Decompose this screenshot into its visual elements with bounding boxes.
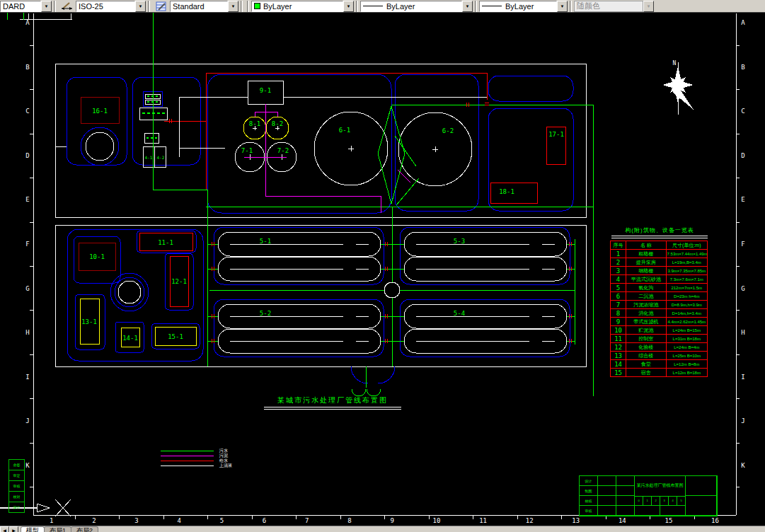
grid-letter: K: [739, 462, 747, 469]
titleblock-cell: [616, 475, 635, 486]
process-tanks[interactable]: [86, 112, 472, 303]
label-14-1: 14-1: [122, 335, 138, 342]
dim-dropdown-icon[interactable]: ▼: [135, 1, 146, 12]
tab-nav-prev-button[interactable]: ◀: [0, 526, 9, 532]
grid-number: 1: [50, 517, 53, 525]
table-row: 12 化验楼 L=24m B=4m: [611, 343, 708, 352]
linetype-value-field[interactable]: ByLayer: [360, 1, 462, 12]
cell-name: 宿舍: [626, 369, 666, 377]
structures-table[interactable]: 构(附)筑物、设备一览表 序号 名 称 尺寸(单位:m) 1 粗格栅 7.53m…: [610, 226, 709, 377]
plotstyle-dropdown-icon: ▼: [643, 1, 654, 12]
layout-tab[interactable]: 布局2: [71, 526, 98, 532]
legend-label: 上清液: [219, 463, 232, 469]
plotstyle-value: 随颜色: [574, 1, 643, 12]
titleblock-cell: [634, 505, 660, 516]
textstyle-combo[interactable]: Standard ▼: [170, 1, 238, 12]
dimension-style-icon[interactable]: [59, 1, 74, 12]
dimstyle-dropdown-icon[interactable]: ▼: [41, 1, 52, 12]
lineweight-dropdown-icon[interactable]: ▼: [557, 1, 568, 12]
buildings[interactable]: [79, 81, 565, 347]
sewage-pipes[interactable]: [7, 13, 593, 396]
titleblock-cell: [597, 505, 616, 516]
table-row: 8 消化池 D=14m,h=3.4m: [611, 309, 708, 318]
grid-letter: I: [739, 374, 747, 381]
cell-size: D=23m h=4m: [666, 292, 707, 301]
cell-size: 3.9m×7.35m×7.85m: [666, 267, 707, 275]
cell-name: 带式压滤机: [626, 318, 666, 326]
label-4-1: 4-1: [145, 155, 153, 160]
layout-tab[interactable]: 模型: [21, 526, 45, 532]
lineweight-combo[interactable]: ByLayer ▼: [479, 1, 568, 12]
cell-size: 212m×7m×1.5m: [666, 284, 707, 292]
linetype-dropdown-icon[interactable]: ▼: [462, 1, 473, 12]
titleblock-cell: [597, 485, 616, 496]
grid-letter: A: [23, 19, 32, 26]
table-row: 3 细格栅 3.9m×7.35m×7.85m: [611, 267, 708, 275]
cell-name: 提升泵房: [626, 258, 666, 267]
color-value-field[interactable]: ByLayer: [251, 1, 343, 12]
toolbar-separator: [247, 1, 249, 12]
lineweight-value-field[interactable]: ByLayer: [479, 1, 557, 12]
label-6-2: 6-2: [442, 127, 454, 134]
cell-no: 6: [611, 292, 626, 301]
titleblock-cell: [616, 495, 635, 506]
lineweight-sample-icon: [482, 6, 502, 6]
cell-size: L=19m,B=3.4m: [666, 258, 707, 267]
legend-line-sample: [161, 456, 214, 456]
signature-cell: 审核: [8, 480, 25, 492]
toolbar-separator: [148, 1, 150, 12]
titleblock-cell: [685, 475, 717, 496]
signature-cell: 校对: [8, 491, 25, 502]
grid-number: 6: [263, 517, 266, 525]
color-combo[interactable]: ByLayer ▼: [251, 1, 354, 12]
textstyle-dropdown-icon[interactable]: ▼: [228, 1, 238, 12]
grid-number: 5: [220, 517, 224, 525]
table-row: 15 宿舍 L=12m B=18m: [611, 369, 708, 377]
grid-number: 2: [92, 517, 96, 525]
cell-size: 7.3m×7.6m×7.1m: [666, 275, 707, 284]
toolbar-separator: [241, 1, 243, 12]
dimstyle-combo[interactable]: DARD ▼: [0, 1, 52, 12]
titleblock-label: 制图: [579, 485, 598, 496]
linetype-combo[interactable]: ByLayer ▼: [360, 1, 473, 12]
cell-name: 平流式沉砂池: [626, 275, 666, 284]
grid-letter: B: [739, 64, 747, 71]
grid-number: 3: [134, 517, 138, 525]
object-properties-toolbar: DARD ▼ ISO-25 ▼ Standard ▼ ByLayer ▼ ByL…: [0, 0, 765, 13]
grid-letter: I: [23, 374, 32, 381]
dimstyle-value[interactable]: DARD: [0, 1, 41, 12]
ucs-x-glyph: [55, 499, 71, 516]
layout-tab[interactable]: 布局1: [44, 526, 71, 532]
label-5-2: 5-2: [260, 310, 271, 317]
legend-line-sample: [161, 461, 214, 461]
cell-name: 控制室: [626, 335, 666, 343]
toolbar-separator: [54, 1, 56, 12]
titleblock-project-title: 某污水处理厂管线布置图: [634, 475, 686, 497]
label-10-1: 10-1: [89, 253, 105, 260]
titleblock-cell: [616, 505, 635, 516]
grid-number: 16: [711, 517, 719, 525]
drawing-title: 某城市污水处理厂管线布置图: [264, 395, 401, 405]
text-style-icon[interactable]: [154, 1, 168, 12]
color-dropdown-icon[interactable]: ▼: [343, 1, 354, 12]
dim-value[interactable]: ISO-25: [76, 1, 135, 12]
tab-nav-next-button[interactable]: ▶: [9, 526, 18, 532]
cell-size: L=12m B=18m: [666, 369, 707, 377]
label-5-4: 5-4: [454, 310, 465, 317]
water-pipes[interactable]: [164, 73, 487, 190]
label-13-1: 13-1: [81, 318, 97, 325]
grid-number: 12: [526, 517, 534, 525]
label-4-2: 4-2: [157, 155, 165, 160]
legend-line-sample: [161, 451, 214, 451]
table-row: 11 控制室 L=31m B=18m: [611, 335, 708, 343]
cell-name: 污泥浓缩池: [626, 301, 666, 309]
plant-boundary[interactable]: [55, 64, 586, 366]
cell-no: 15: [611, 369, 626, 377]
titleblock-row: 制图: [580, 486, 635, 496]
cell-name: 综合楼: [626, 352, 666, 360]
table-row: 4 平流式沉砂池 7.3m×7.6m×7.1m: [611, 275, 708, 284]
roads[interactable]: [67, 74, 573, 383]
label-8-2: 8-2: [272, 120, 283, 127]
textstyle-value[interactable]: Standard: [170, 1, 228, 12]
dim-combo[interactable]: ISO-25 ▼: [76, 1, 146, 12]
